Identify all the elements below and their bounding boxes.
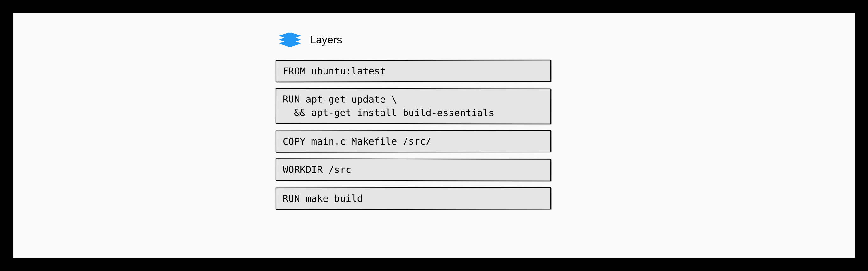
header: Layers	[276, 30, 551, 49]
diagram-content: Layers FROM ubuntu:latest RUN apt-get up…	[276, 30, 551, 210]
layer-stack: FROM ubuntu:latest RUN apt-get update \ …	[276, 60, 551, 210]
diagram-frame: Layers FROM ubuntu:latest RUN apt-get up…	[13, 13, 855, 258]
layers-icon	[279, 30, 301, 49]
dockerfile-instruction: WORKDIR /src	[276, 159, 551, 181]
dockerfile-instruction: FROM ubuntu:latest	[276, 60, 551, 82]
dockerfile-instruction: RUN make build	[276, 187, 551, 210]
diagram-title: Layers	[310, 34, 342, 46]
dockerfile-instruction: RUN apt-get update \ && apt-get install …	[276, 88, 551, 124]
dockerfile-instruction: COPY main.c Makefile /src/	[276, 130, 551, 153]
